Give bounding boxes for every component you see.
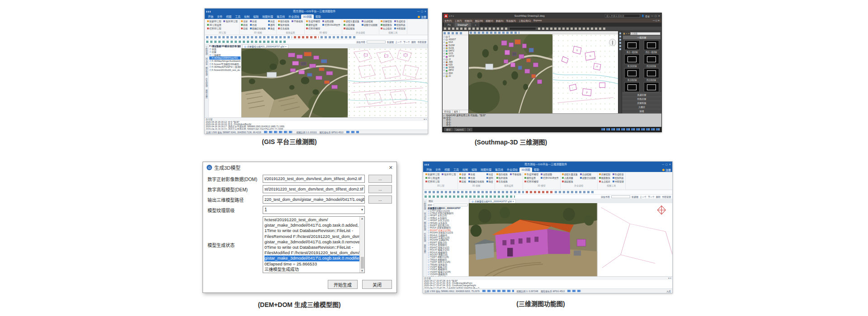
favorite-icon[interactable]: ▣ [623, 32, 625, 35]
toolbar-icons-strip[interactable] [538, 28, 606, 30]
palette-cell[interactable]: 四点砼房屋 [642, 54, 661, 67]
next-button[interactable]: 下一个 [403, 40, 410, 43]
log-panel-icons[interactable]: ▾ × [424, 118, 427, 121]
toolbar-icons-strip[interactable] [294, 36, 319, 38]
prev-button[interactable]: 上一个 [640, 195, 646, 198]
ribbon-button[interactable]: 模型设置 [524, 176, 538, 180]
ribbon-button[interactable]: 右视 [250, 23, 266, 27]
status-toggle-icons[interactable] [601, 128, 660, 130]
ribbon-button[interactable]: 高程调整 [541, 172, 558, 176]
add-bookmark-button[interactable]: 添加书签 [601, 195, 610, 198]
ribbon-button[interactable]: 左视 [468, 172, 484, 176]
ribbon-button[interactable]: 透明 [268, 23, 275, 27]
checkbox-icon[interactable]: ☑ [428, 217, 429, 219]
ribbon-tab[interactable]: 等高线 [493, 167, 505, 172]
checkbox-icon[interactable]: ☑ [428, 244, 429, 246]
quick-access-icons[interactable]: ▮▮▮ [206, 10, 211, 13]
ribbon-button[interactable]: 恢复3D工程 [442, 172, 456, 176]
checkbox-icon[interactable]: ☑ [209, 63, 211, 65]
palette-cell[interactable]: 四点混房屋 [642, 82, 661, 93]
ribbon-button[interactable]: 恢复3D工程 [223, 19, 237, 23]
ribbon-button[interactable]: 打开3D工程 [207, 27, 221, 30]
tree-item[interactable]: ☑三维模型 [209, 54, 241, 57]
checkbox-icon[interactable]: ☑ [428, 214, 429, 217]
checkbox-icon[interactable]: ☑ [428, 224, 429, 227]
palette-section-row[interactable]: 特殊房屋 [622, 97, 661, 101]
ribbon-tab[interactable]: 绘制 [461, 167, 470, 172]
checkbox-icon[interactable]: ☑ [428, 246, 429, 249]
ribbon-button[interactable]: 3D工程设置 [425, 176, 439, 180]
quick-access-icons[interactable]: ▸▾◂ [449, 14, 454, 17]
toolbar-row-1[interactable] [205, 35, 428, 40]
3d-model-view[interactable] [469, 203, 597, 276]
palette-cell[interactable]: 四点砖房屋 [642, 68, 661, 81]
ribbon-button[interactable]: 生成3D模型 [306, 19, 320, 23]
ribbon-tab[interactable]: 工具 [233, 14, 242, 19]
ribbon-button[interactable]: 透明 [486, 176, 493, 180]
app-logo-icon[interactable]: A [444, 14, 448, 18]
bookmark-name-input[interactable] [367, 41, 386, 43]
tree-root[interactable]: F:/测试数据/3D模块/居民地/课题验证功能数据 [209, 45, 241, 48]
ribbon-button[interactable]: 模型设置 [306, 23, 320, 27]
checkbox-icon[interactable]: ☑ [428, 237, 429, 239]
path-input[interactable]: st/20191220_test_dom_dsm/test_dsm_tif/te… [263, 185, 365, 193]
ribbon-tab[interactable]: 视图 [224, 14, 233, 19]
ribbon-button[interactable]: 角度 [268, 27, 275, 30]
next-button[interactable]: 下一个 [648, 195, 655, 198]
split-view[interactable] [469, 203, 672, 276]
checkbox-icon[interactable]: ☑ [428, 249, 429, 251]
maximize-icon[interactable]: ▢ [655, 14, 657, 17]
palette-cell[interactable]: 多点一般房屋 [623, 40, 642, 53]
ribbon-button[interactable]: 书签管理 [394, 27, 406, 30]
toolbar-icons-strip[interactable] [206, 36, 292, 38]
register-label[interactable]: 注册 [421, 15, 426, 19]
start-generate-button[interactable]: 开始生成 [328, 280, 358, 289]
toolbar-row-2[interactable]: 添加书签 新建图 上一个 下一个 删除 书签管理 [423, 195, 672, 199]
ribbon-button[interactable]: 图面整饰 [381, 23, 392, 27]
left-panel-tab[interactable]: 3D浏览 [443, 110, 453, 113]
bookmark-name-input[interactable] [611, 195, 630, 198]
checkbox-icon[interactable]: ☑ [428, 222, 429, 224]
ribbon-tab[interactable]: 帮助 [532, 167, 541, 172]
ribbon-button[interactable]: 平移视角 [292, 19, 303, 23]
checkbox-icon[interactable]: ☑ [428, 273, 429, 275]
side-tab[interactable]: 属性设置 [424, 244, 427, 253]
close-icon[interactable]: ✕ [425, 10, 426, 13]
add-bookmark-button[interactable]: 添加书签 [356, 40, 365, 43]
ribbon-button[interactable]: 左视 [250, 19, 266, 23]
ribbon-button[interactable]: 平移视角 [510, 172, 521, 176]
ribbon-tab[interactable]: 编辑 [251, 14, 260, 19]
help-search-input[interactable] [605, 14, 640, 18]
checkbox-icon[interactable]: ☑ [428, 210, 429, 212]
ribbon-button[interactable]: 任务视角 [278, 27, 289, 30]
status-toggle-icons[interactable] [346, 131, 359, 133]
palette-filter-input[interactable] [630, 32, 660, 35]
ribbon-button[interactable]: 打开OSGB文件 [322, 23, 340, 27]
ribbon-button[interactable]: 保存视角 [278, 19, 289, 23]
menu-item[interactable]: 绘图(D) [465, 19, 472, 22]
toolbar-icons-strip[interactable] [444, 28, 507, 30]
browse-button[interactable]: ... [368, 195, 392, 204]
tree-item[interactable]: ☑F:/3DMap/EPS/EPS/三维测图... [209, 65, 241, 69]
browse-button[interactable]: ... [368, 175, 392, 183]
ribbon-button[interactable]: 打开OSGB文件 [541, 176, 558, 180]
add-icon[interactable]: + [626, 32, 627, 35]
checkbox-icon[interactable]: ☑ [428, 227, 429, 229]
checkbox-icon[interactable]: ☑ [428, 264, 429, 266]
ribbon-tab[interactable]: 绘制 [242, 14, 251, 19]
ribbon-button[interactable]: 房屋绘制 [599, 172, 610, 176]
menu-item[interactable]: 文件(F) [444, 19, 452, 22]
ribbon-button[interactable]: 亮度 [268, 19, 275, 23]
ribbon-button[interactable]: 3D工程设置 [207, 23, 221, 27]
ribbon-button[interactable]: 精确定位视角 [468, 180, 484, 183]
ribbon-tab[interactable]: 3D测图 [301, 14, 314, 19]
ribbon-button[interactable]: 打开3D模型 [306, 27, 320, 30]
generation-status-box[interactable]: hctest/20191220_test_dom_dsm/gistar_make… [263, 216, 365, 273]
side-tab[interactable]: 3D浏览 [424, 212, 427, 219]
ribbon-button[interactable]: 生成3D模型 [524, 172, 538, 176]
ribbon-button[interactable]: 绘制列表 [613, 176, 624, 180]
file-tab[interactable]: Plo [444, 23, 454, 27]
menu-item[interactable]: 视图(V) [486, 19, 493, 22]
checkbox-icon[interactable]: ☑ [209, 48, 211, 51]
layer-item[interactable]: ☑ZJ [443, 75, 468, 78]
